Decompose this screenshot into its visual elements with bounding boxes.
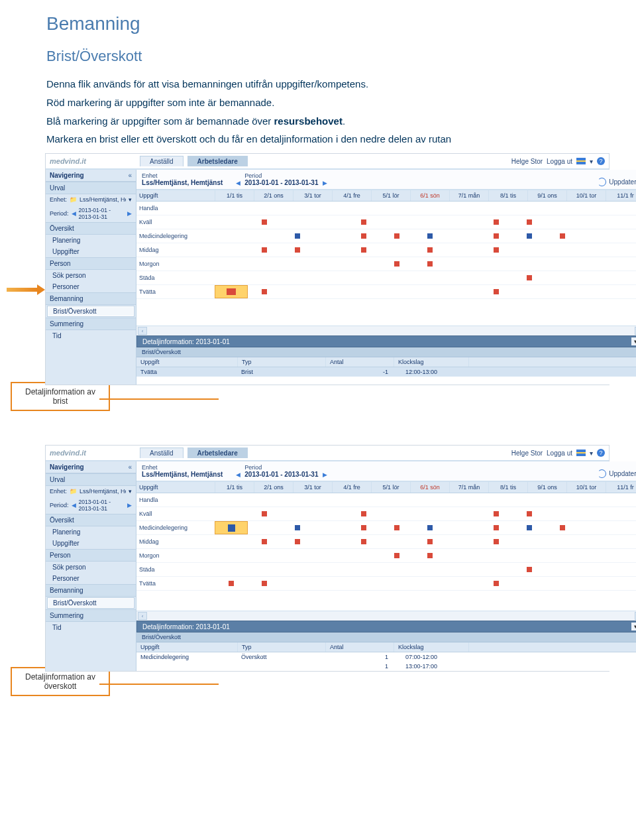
col-day[interactable]: 8/1 tis <box>489 482 528 493</box>
section-bemanning[interactable]: Bemanning <box>46 584 136 597</box>
prev-icon[interactable]: ◀ <box>72 210 76 217</box>
red-marker[interactable] <box>295 539 300 544</box>
col-day[interactable]: 8/1 tis <box>489 190 528 201</box>
sidebar-item-sokperson[interactable]: Sök person <box>46 270 136 281</box>
tab-arbetsledare[interactable]: Arbetsledare <box>187 448 248 458</box>
col-uppgift[interactable]: Uppgift <box>136 190 215 201</box>
red-marker[interactable] <box>494 581 499 586</box>
next-icon[interactable]: ▶ <box>127 502 132 509</box>
red-marker[interactable] <box>361 247 366 253</box>
sidebar-item-tid[interactable]: Tid <box>46 622 136 633</box>
red-marker[interactable] <box>560 233 565 239</box>
prev-period-icon[interactable]: ◀ <box>236 471 240 478</box>
red-marker[interactable] <box>560 525 565 530</box>
scroll-left-icon[interactable]: ‹ <box>138 612 147 620</box>
section-person[interactable]: Person <box>46 257 136 270</box>
col-klockslag[interactable]: Klockslag <box>394 642 469 652</box>
sidebar-item-planering[interactable]: Planering <box>46 526 136 538</box>
help-icon[interactable]: ? <box>597 449 605 457</box>
scrollbar[interactable]: ‹› <box>136 611 636 621</box>
enhet-field[interactable]: Enhet:📁Lss/Hemtjänst, Hemtjänst▾ <box>46 486 136 497</box>
scroll-left-icon[interactable]: ‹ <box>138 327 147 335</box>
detail-row[interactable]: 1 13:00-17:00 <box>136 662 636 671</box>
red-marker[interactable] <box>229 581 234 586</box>
red-marker[interactable] <box>427 247 433 253</box>
col-day[interactable]: 1/1 tis <box>215 190 254 201</box>
prev-period-icon[interactable]: ◀ <box>236 180 240 186</box>
blue-marker[interactable] <box>427 525 433 530</box>
red-marker[interactable] <box>494 233 499 239</box>
blue-marker[interactable] <box>228 524 235 532</box>
logout-link[interactable]: Logga ut <box>547 158 572 165</box>
col-day[interactable]: 9/1 ons <box>528 482 567 493</box>
col-uppgift[interactable]: Uppgift <box>136 357 238 367</box>
refresh-button[interactable]: Uppdatera <box>598 178 636 186</box>
blue-marker[interactable] <box>295 233 300 239</box>
red-marker[interactable] <box>227 288 236 295</box>
help-icon[interactable]: ? <box>597 157 605 165</box>
col-day[interactable]: 5/1 lör <box>372 190 411 201</box>
col-day[interactable]: 4/1 fre <box>333 482 372 493</box>
red-marker[interactable] <box>394 525 399 530</box>
red-marker[interactable] <box>361 539 366 544</box>
tab-arbetsledare[interactable]: Arbetsledare <box>187 156 248 166</box>
next-icon[interactable]: ▶ <box>127 210 132 217</box>
red-marker[interactable] <box>295 247 300 253</box>
collapse-icon[interactable]: « <box>128 172 132 179</box>
enhet-field[interactable]: Enhet:📁Lss/Hemtjänst, Hemtjänst▾ <box>46 194 136 205</box>
flag-icon[interactable] <box>576 450 586 456</box>
col-day[interactable]: 2/1 ons <box>254 482 293 493</box>
red-marker[interactable] <box>494 511 499 516</box>
next-period-icon[interactable]: ▶ <box>323 471 327 478</box>
blue-marker[interactable] <box>295 525 300 530</box>
col-day[interactable]: 9/1 ons <box>528 190 567 201</box>
scrollbar[interactable]: ‹› <box>136 326 636 335</box>
red-marker[interactable] <box>262 581 267 586</box>
blue-marker[interactable] <box>527 233 532 239</box>
chevron-down-icon[interactable]: ▾ <box>129 196 132 203</box>
section-summering[interactable]: Summering <box>46 318 136 330</box>
chevron-down-icon[interactable]: ▾ <box>590 450 593 457</box>
red-marker[interactable] <box>262 511 267 516</box>
col-day[interactable]: 2/1 ons <box>254 190 293 201</box>
red-marker[interactable] <box>494 539 499 544</box>
col-day[interactable]: 6/1 sön <box>411 190 450 201</box>
section-oversikt[interactable]: Översikt <box>46 222 136 235</box>
col-antal[interactable]: Antal <box>326 357 394 367</box>
section-bemanning[interactable]: Bemanning <box>46 292 136 305</box>
sidebar-item-personer[interactable]: Personer <box>46 573 136 584</box>
prev-icon[interactable]: ◀ <box>72 502 76 509</box>
red-marker[interactable] <box>527 511 532 516</box>
red-marker[interactable] <box>361 219 366 225</box>
col-typ[interactable]: Typ <box>238 357 326 367</box>
collapse-icon[interactable]: « <box>128 463 132 471</box>
red-marker[interactable] <box>427 553 433 558</box>
col-day[interactable]: 10/1 tor <box>567 190 606 201</box>
section-person[interactable]: Person <box>46 549 136 562</box>
section-urval[interactable]: Urval <box>46 473 136 486</box>
col-antal[interactable]: Antal <box>326 642 394 652</box>
col-uppgift[interactable]: Uppgift <box>136 482 215 493</box>
red-marker[interactable] <box>494 219 499 225</box>
red-marker[interactable] <box>427 539 433 544</box>
sidebar-item-uppgifter[interactable]: Uppgifter <box>46 538 136 549</box>
col-day[interactable]: 10/1 tor <box>567 482 606 493</box>
next-period-icon[interactable]: ▶ <box>323 180 327 186</box>
red-marker[interactable] <box>527 219 532 225</box>
red-marker[interactable] <box>394 233 399 239</box>
red-marker[interactable] <box>427 261 433 267</box>
col-day[interactable]: 3/1 tor <box>293 482 333 493</box>
col-day[interactable]: 4/1 fre <box>333 190 372 201</box>
section-summering[interactable]: Summering <box>46 609 136 622</box>
red-marker[interactable] <box>494 289 499 294</box>
tab-anstalld[interactable]: Anställd <box>140 156 184 166</box>
red-marker[interactable] <box>262 247 267 253</box>
period-field[interactable]: Period:◀2013-01-01 - 2013-01-31▶ <box>46 205 136 222</box>
close-icon[interactable]: ▾ <box>631 337 636 345</box>
red-marker[interactable] <box>394 261 399 267</box>
sidebar-item-tid[interactable]: Tid <box>46 330 136 341</box>
flag-icon[interactable] <box>576 158 586 164</box>
tab-anstalld[interactable]: Anställd <box>140 448 184 458</box>
red-marker[interactable] <box>262 289 267 294</box>
blue-marker[interactable] <box>427 233 433 239</box>
